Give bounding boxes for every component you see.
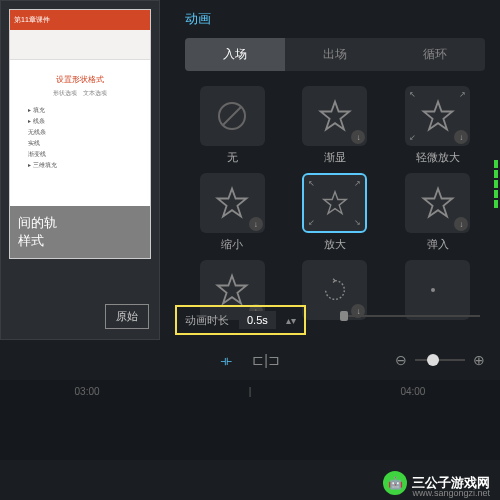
time-ruler: 03:00 | 04:00 — [0, 380, 500, 397]
ppt-ribbon: 第11章课件 — [10, 10, 150, 30]
original-button[interactable]: 原始 — [105, 304, 149, 329]
watermark-logo-icon — [383, 471, 407, 495]
anim-shrink[interactable]: 缩小 — [185, 173, 280, 252]
star-icon — [420, 185, 456, 221]
time-mark: 04:00 — [400, 386, 425, 397]
anim-zoom[interactable]: ↖↗↙↘ 放大 — [288, 173, 383, 252]
list-item: ▸ 填充 — [20, 106, 140, 115]
anim-fade[interactable]: 渐显 — [288, 86, 383, 165]
expand-arrows-icon: ↖↗↙↘ — [308, 179, 361, 227]
download-icon — [249, 217, 263, 231]
zoom-slider[interactable] — [415, 359, 465, 361]
time-mark: | — [249, 386, 252, 397]
ppt-ribbon-title: 第11章课件 — [14, 15, 50, 25]
ppt-opt: 形状选项 — [53, 89, 77, 98]
ppt-thumbnail[interactable]: 第11章课件 设置形状格式 形状选项 文本选项 ▸ 填充 ▸ 线条 无线条 实线… — [9, 9, 151, 259]
ppt-opt: 文本选项 — [83, 89, 107, 98]
anim-slight-zoom[interactable]: ↖↗↙↘ 轻微放大 — [390, 86, 485, 165]
download-icon — [454, 217, 468, 231]
anim-none[interactable]: 无 — [185, 86, 280, 165]
svg-line-1 — [223, 107, 241, 125]
level-indicator — [494, 160, 498, 208]
anim-label: 渐显 — [324, 150, 346, 165]
anim-label: 弹入 — [427, 237, 449, 252]
panel-title: 动画 — [170, 0, 500, 38]
list-item: 实线 — [20, 139, 140, 148]
zoom-in-icon[interactable]: ⊕ — [473, 352, 485, 368]
list-item: ▸ 线条 — [20, 117, 140, 126]
duration-slider[interactable] — [340, 315, 480, 317]
split-icon[interactable]: ⊏|⊐ — [252, 352, 280, 368]
duration-label: 动画时长 — [185, 313, 229, 328]
duration-value[interactable]: 0.5s — [239, 311, 276, 329]
time-mark: 03:00 — [75, 386, 100, 397]
slider-thumb[interactable] — [340, 311, 348, 321]
none-icon — [216, 100, 248, 132]
download-icon — [351, 130, 365, 144]
star-icon — [317, 98, 353, 134]
rotate-icon — [320, 275, 350, 305]
list-item: 渐变线 — [20, 150, 140, 159]
list-item: ▸ 三维填充 — [20, 161, 140, 170]
anim-label: 轻微放大 — [416, 150, 460, 165]
ppt-list: ▸ 填充 ▸ 线条 无线条 实线 渐变线 ▸ 三维填充 — [20, 106, 140, 170]
ppt-toolbar — [10, 30, 150, 60]
zoom-out-icon[interactable]: ⊖ — [395, 352, 407, 368]
overlay-line: 样式 — [18, 232, 142, 250]
overlay-line: 间的轨 — [18, 214, 142, 232]
anim-label: 放大 — [324, 237, 346, 252]
tab-loop[interactable]: 循环 — [385, 38, 485, 71]
anim-bounce[interactable]: 弹入 — [390, 173, 485, 252]
animation-tabs: 入场 出场 循环 — [185, 38, 485, 71]
dot-icon — [428, 280, 448, 300]
tab-exit[interactable]: 出场 — [285, 38, 385, 71]
ppt-content: 设置形状格式 形状选项 文本选项 ▸ 填充 ▸ 线条 无线条 实线 渐变线 ▸ … — [10, 60, 150, 182]
magnet-icon[interactable]: ⟛ — [220, 352, 232, 369]
timeline[interactable]: 03:00 | 04:00 — [0, 380, 500, 460]
anim-label: 无 — [227, 150, 238, 165]
preview-panel: 第11章课件 设置形状格式 形状选项 文本选项 ▸ 填充 ▸ 线条 无线条 实线… — [0, 0, 160, 340]
ppt-sidebar-title: 设置形状格式 — [20, 74, 140, 85]
svg-point-2 — [431, 288, 435, 292]
star-icon — [214, 185, 250, 221]
zoom-thumb[interactable] — [427, 354, 439, 366]
animation-grid: 无 渐显 ↖↗↙↘ 轻微放大 缩小 ↖↗↙↘ — [170, 86, 500, 320]
duration-control: 动画时长 0.5s ▴▾ — [175, 305, 306, 335]
overlay-caption: 间的轨 样式 — [10, 206, 150, 258]
anim-extra3[interactable] — [390, 260, 485, 320]
duration-stepper[interactable]: ▴▾ — [286, 315, 296, 326]
tab-enter[interactable]: 入场 — [185, 38, 285, 71]
zoom-control: ⊖ ⊕ — [395, 352, 485, 368]
animation-panel: 动画 入场 出场 循环 无 渐显 ↖↗↙↘ 轻微放大 — [170, 0, 500, 340]
star-icon — [214, 272, 250, 308]
list-item: 无线条 — [20, 128, 140, 137]
timeline-toolbar: ⟛ ⊏|⊐ ⊖ ⊕ — [0, 345, 500, 375]
anim-label: 缩小 — [221, 237, 243, 252]
watermark-url: www.sangongzi.net — [412, 488, 490, 498]
